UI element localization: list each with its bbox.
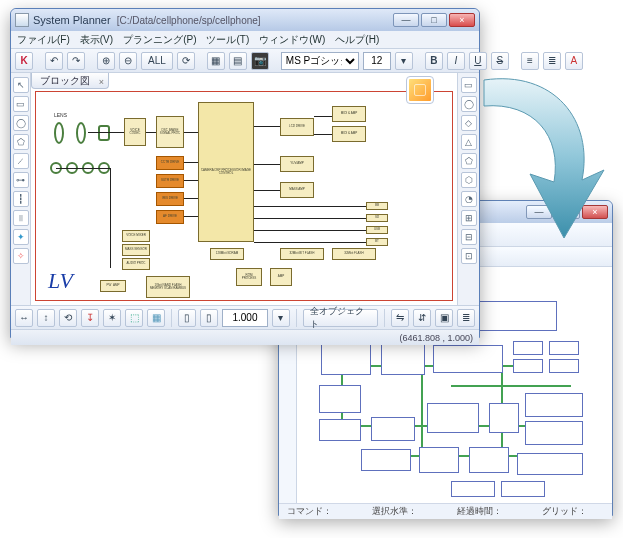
zoom-spinner[interactable]: ▾ xyxy=(272,309,290,327)
strike-button[interactable]: S xyxy=(491,52,509,70)
measure-tool[interactable]: ↧ xyxy=(81,309,99,327)
pan-tool-v[interactable]: ↕ xyxy=(37,309,55,327)
align-tool[interactable]: ┇ xyxy=(13,191,29,207)
select-all-button[interactable]: ALL xyxy=(141,52,173,70)
hflip-button[interactable]: ⇋ xyxy=(391,309,409,327)
group-tool[interactable]: ▦ xyxy=(147,309,165,327)
right-tool[interactable]: ◔ xyxy=(461,191,477,207)
block[interactable]: SD xyxy=(366,214,388,222)
menu-plan[interactable]: プランニング(P) xyxy=(123,33,196,47)
right-tool[interactable]: △ xyxy=(461,134,477,150)
lock-button[interactable]: ▣ xyxy=(435,309,453,327)
document-tab[interactable]: ブロック図 × xyxy=(31,73,109,89)
block-orange[interactable]: SUTR DRIVE xyxy=(156,174,184,188)
rotate-tool[interactable]: ⟲ xyxy=(59,309,77,327)
italic-button[interactable]: I xyxy=(447,52,465,70)
line-tool[interactable]: ⟋ xyxy=(13,153,29,169)
block[interactable]: VOICE CODEC xyxy=(124,118,146,146)
preview-thumbnail[interactable] xyxy=(407,77,433,103)
refresh-button[interactable]: ⟳ xyxy=(177,52,195,70)
right-tool[interactable]: ◇ xyxy=(461,115,477,131)
zoom-objects-button[interactable]: 全オブジェクト xyxy=(303,309,378,327)
main-titlebar[interactable]: System Planner [C:/Data/cellphone/sp/cel… xyxy=(11,9,479,31)
node-tool[interactable]: ✧ xyxy=(13,248,29,264)
block[interactable]: MIDI & AMP xyxy=(332,126,366,142)
distribute-tool[interactable]: ⫴ xyxy=(13,210,29,226)
vflip-button[interactable]: ⇵ xyxy=(413,309,431,327)
block[interactable]: 1Gbit NAND FLASH MEMORY SCAN RAMBUS xyxy=(146,276,190,298)
logo-button[interactable]: K xyxy=(15,52,33,70)
right-tool[interactable]: ⬠ xyxy=(461,153,477,169)
block[interactable]: YUV/AMP xyxy=(280,156,314,172)
maximize-button[interactable]: □ xyxy=(421,13,447,27)
block-orange[interactable]: AF DRIVE xyxy=(156,210,184,224)
connector-tool[interactable]: ⊶ xyxy=(13,172,29,188)
minimize-button[interactable]: — xyxy=(526,205,552,219)
right-tool[interactable]: ▭ xyxy=(461,77,477,93)
block[interactable]: AMP xyxy=(270,268,292,286)
right-tool[interactable]: ⊞ xyxy=(461,210,477,226)
grid-button[interactable]: ▦ xyxy=(207,52,225,70)
right-tool[interactable]: ◯ xyxy=(461,96,477,112)
canvas-area[interactable]: ブロック図 × LENS VOICE CODEC DSC IMAGE SIGNA… xyxy=(31,73,457,305)
redo-button[interactable]: ↷ xyxy=(67,52,85,70)
close-button[interactable]: × xyxy=(449,13,475,27)
block[interactable]: MASS AMP xyxy=(280,182,314,198)
menu-file[interactable]: ファイル(F) xyxy=(17,33,70,47)
block[interactable]: LCD DRIVE xyxy=(280,118,314,136)
block[interactable]: ROM PROCESS xyxy=(236,268,262,286)
text-color-button[interactable]: A xyxy=(565,52,583,70)
snap-tool[interactable]: ✶ xyxy=(103,309,121,327)
diagram-canvas[interactable]: LENS VOICE CODEC DSC IMAGE SIGNAL PROC C… xyxy=(35,91,453,301)
menu-help[interactable]: ヘルプ(H) xyxy=(335,33,379,47)
camera-icon[interactable]: 📷 xyxy=(251,52,269,70)
close-tab-icon[interactable]: × xyxy=(99,75,104,90)
zoom-input[interactable] xyxy=(222,309,268,327)
block-center[interactable]: CAMERA DSP PROCESSOR IMAGE CONTROL xyxy=(198,102,254,242)
layer-button[interactable]: ▤ xyxy=(229,52,247,70)
block[interactable]: 32Mbit FLASH xyxy=(332,248,376,260)
ellipse-tool[interactable]: ◯ xyxy=(13,115,29,131)
right-tool[interactable]: ⬡ xyxy=(461,172,477,188)
block[interactable]: 32Mbit BIT FLASH xyxy=(280,248,324,260)
block[interactable]: AUDIO PROC xyxy=(122,258,150,270)
size-spinner[interactable]: ▾ xyxy=(395,52,413,70)
menu-view[interactable]: 表示(V) xyxy=(80,33,113,47)
font-size-input[interactable] xyxy=(363,52,391,70)
minimize-button[interactable]: — xyxy=(393,13,419,27)
right-tool[interactable]: ⊟ xyxy=(461,229,477,245)
pan-tool[interactable]: ↔ xyxy=(15,309,33,327)
block-orange[interactable]: IRIS DRIVE xyxy=(156,192,184,206)
block[interactable]: MIDI & AMP xyxy=(332,106,366,122)
page-tool-2[interactable]: ▯ xyxy=(200,309,218,327)
bold-button[interactable]: B xyxy=(425,52,443,70)
block[interactable]: BT xyxy=(366,238,388,246)
block[interactable]: DSC IMAGE SIGNAL PROC xyxy=(156,116,184,148)
block[interactable]: VOICE MIXER xyxy=(122,230,150,242)
block-orange[interactable]: CCTR DRIVE xyxy=(156,156,184,170)
close-button[interactable]: × xyxy=(582,205,608,219)
rect-tool[interactable]: ▭ xyxy=(13,96,29,112)
right-tool[interactable]: ⊡ xyxy=(461,248,477,264)
block[interactable]: MASS SENSOR xyxy=(122,244,150,256)
pointer-tool[interactable]: ↖ xyxy=(13,77,29,93)
zoom-in-button[interactable]: ⊕ xyxy=(97,52,115,70)
crosshair-tool[interactable]: ✦ xyxy=(13,229,29,245)
block[interactable]: PW_AMP xyxy=(100,280,126,292)
page-tool[interactable]: ▯ xyxy=(178,309,196,327)
align-center-button[interactable]: ≣ xyxy=(543,52,561,70)
palette-tool[interactable]: ⬚ xyxy=(125,309,143,327)
menu-tools[interactable]: ツール(T) xyxy=(206,33,249,47)
maximize-button[interactable]: □ xyxy=(554,205,580,219)
undo-button[interactable]: ↶ xyxy=(45,52,63,70)
zoom-out-button[interactable]: ⊖ xyxy=(119,52,137,70)
block[interactable]: USB xyxy=(366,226,388,234)
poly-tool[interactable]: ⬠ xyxy=(13,134,29,150)
block[interactable]: BB xyxy=(366,202,388,210)
block[interactable]: 128Mbit SDRAM xyxy=(210,248,244,260)
align-left-button[interactable]: ≡ xyxy=(521,52,539,70)
layers-button[interactable]: ≣ xyxy=(457,309,475,327)
menu-window[interactable]: ウィンドウ(W) xyxy=(259,33,325,47)
underline-button[interactable]: U xyxy=(469,52,487,70)
font-select[interactable]: MS Pゴシック xyxy=(281,52,359,70)
